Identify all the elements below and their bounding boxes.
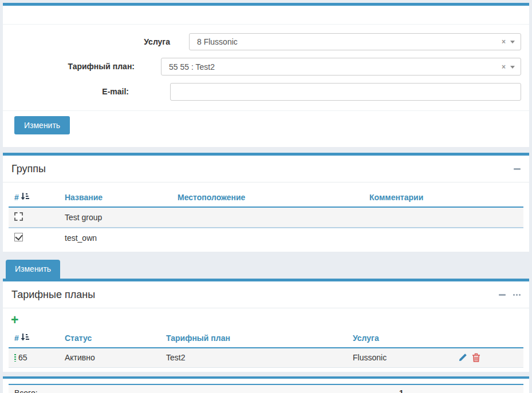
totals-table: Всего: 1	[9, 385, 523, 393]
plans-col-service[interactable]: Услуга	[347, 328, 452, 348]
plan-id: 65	[18, 353, 27, 362]
sort-amount-icon[interactable]	[21, 333, 29, 343]
plans-col-num: #	[14, 334, 19, 343]
user-form: Услуга 8 Flussonic × Тарифный план: 55 5…	[3, 25, 529, 110]
plans-panel-title: Тарифные планы	[11, 289, 499, 301]
service-clear-icon[interactable]: ×	[502, 38, 506, 45]
plans-options-icon[interactable]	[513, 294, 521, 296]
groups-panel-title: Группы	[11, 163, 514, 175]
plans-table: #	[9, 328, 523, 368]
groups-table: #	[9, 188, 523, 248]
group-checkbox-unchecked[interactable]	[14, 212, 23, 221]
total-label: Всего:	[9, 385, 347, 393]
plan-name: Test2	[160, 348, 347, 367]
delete-trash-icon[interactable]	[472, 353, 480, 362]
edit-pencil-icon[interactable]	[458, 353, 467, 362]
plans-panel: Тарифные планы + #	[3, 279, 529, 372]
plans-col-plan[interactable]: Тарифный план	[160, 328, 347, 348]
group-comments	[364, 207, 523, 228]
plan-service: Flussonic	[347, 348, 452, 367]
group-row: test_own	[9, 228, 523, 248]
group-location	[172, 207, 364, 228]
groups-col-name[interactable]: Название	[59, 188, 172, 207]
plan-caret-icon[interactable]	[510, 66, 515, 69]
service-select[interactable]: 8 Flussonic ×	[189, 33, 521, 50]
groups-panel: Группы #	[3, 153, 529, 252]
groups-save-tab-button[interactable]: Изменить	[6, 260, 60, 279]
page: Услуга 8 Flussonic × Тарифный план: 55 5…	[0, 0, 532, 393]
groups-collapse-icon[interactable]	[514, 168, 521, 170]
totals-panel: Всего: 1	[3, 376, 529, 393]
form-submit-button[interactable]: Изменить	[14, 116, 70, 134]
service-caret-icon[interactable]	[510, 41, 515, 43]
group-name: test_own	[59, 228, 172, 248]
group-row: Test group	[9, 207, 523, 228]
service-select-value: 8 Flussonic	[197, 37, 503, 46]
groups-col-location[interactable]: Местоположение	[172, 188, 364, 207]
plan-row: 65 Активно Test2 Flussonic	[9, 348, 523, 367]
service-label: Услуга	[3, 33, 170, 50]
plan-label: Тарифный план:	[3, 58, 135, 76]
total-value: 1	[347, 385, 452, 393]
group-checkbox-checked[interactable]	[14, 233, 23, 241]
edit-user-panel: Услуга 8 Flussonic × Тарифный план: 55 5…	[3, 3, 529, 147]
group-location	[172, 228, 364, 248]
plans-collapse-icon[interactable]	[499, 294, 506, 296]
panel-empty-header	[3, 6, 529, 25]
groups-col-comments[interactable]: Комментарии	[364, 188, 523, 207]
group-name: Test group	[59, 207, 172, 228]
plan-select[interactable]: 55 55 : Test2 ×	[161, 58, 521, 76]
sort-amount-icon[interactable]	[21, 192, 29, 202]
email-label: E-mail:	[3, 83, 129, 101]
plan-clear-icon[interactable]: ×	[502, 63, 506, 70]
email-field[interactable]	[171, 84, 521, 100]
groups-col-num: #	[14, 193, 19, 202]
add-plan-icon[interactable]: +	[11, 315, 18, 325]
drag-handle-icon[interactable]	[14, 354, 16, 362]
plan-select-value: 55 55 : Test2	[169, 62, 503, 72]
plan-status: Активно	[59, 348, 160, 367]
email-field-box	[170, 83, 521, 101]
group-comments	[364, 228, 523, 248]
plans-col-status[interactable]: Статус	[59, 328, 160, 348]
